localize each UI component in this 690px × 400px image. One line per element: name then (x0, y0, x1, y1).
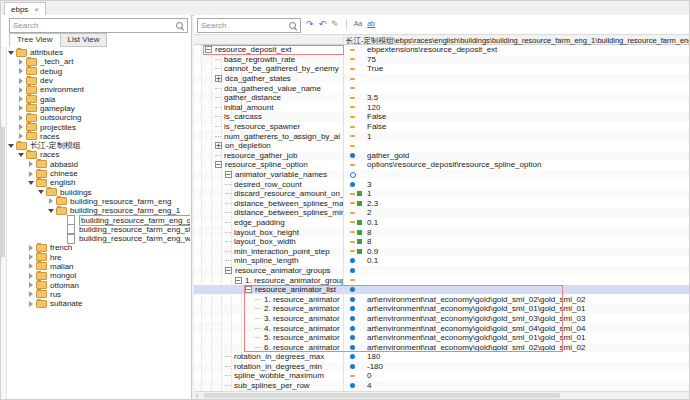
property-value-cell[interactable]: art\environment\nat_economy\gold\gold_sm… (343, 314, 689, 323)
grid-row-dca_gather_states[interactable]: +dca_gather_states (194, 74, 689, 84)
grid-row-is_resource_spawner[interactable]: is_resource_spawnerFalse (194, 122, 689, 132)
grid-row-spline_wobble_maximum[interactable]: spline_wobble_maximum0 (194, 371, 689, 381)
grid-row-2-resource_animator[interactable]: 2. resource_animatorart\environment\nat_… (194, 304, 689, 314)
property-value-cell[interactable]: 8 (343, 228, 689, 237)
tree-item-ottoman[interactable]: ottoman (7, 280, 190, 289)
scroll-left-icon[interactable]: ‹ (196, 392, 198, 399)
tree-item-长江-定制模组[interactable]: 长江-定制模组 (7, 141, 190, 150)
grid-row-cannot_be_gathered_by_enemy[interactable]: cannot_be_gathered_by_enemyTrue (194, 64, 689, 74)
grid-row-1-resource_animator[interactable]: 1. resource_animatorart\environment\nat_… (194, 294, 689, 304)
property-value-cell[interactable]: 2 (343, 208, 689, 217)
property-value-cell[interactable]: 1 (343, 132, 689, 141)
property-value-cell[interactable]: 75 (343, 55, 689, 64)
property-value-cell[interactable]: options\resource_deposit\resource_spline… (343, 160, 689, 169)
horizontal-scrollbar[interactable]: ‹ (194, 391, 689, 399)
grid-row-layout_box_width[interactable]: layout_box_width8 (194, 237, 689, 247)
tree-item-building_resource_farm_eng_wood_2[interactable]: building_resource_farm_eng_wood_2 (7, 234, 190, 243)
grid-row-resource_gather_job[interactable]: resource_gather_jobgather_gold (194, 151, 689, 161)
collapse-arrow-icon[interactable] (7, 142, 15, 150)
collapse-node-icon[interactable]: − (205, 46, 212, 53)
expand-arrow-icon[interactable] (47, 197, 55, 205)
grid-row-distance_between_splines_maximum[interactable]: distance_between_splines_maximum2.3 (194, 199, 689, 209)
tree-item-abbasid[interactable]: abbasid (7, 160, 190, 169)
expand-arrow-icon[interactable] (17, 67, 25, 75)
property-value-cell[interactable]: False (343, 112, 689, 121)
tree-item-sultanate[interactable]: sultanate (7, 299, 190, 308)
property-value-cell[interactable]: 0 (343, 371, 689, 380)
expand-arrow-icon[interactable] (17, 58, 25, 66)
tree-search-input[interactable] (10, 19, 187, 32)
property-value-cell[interactable] (343, 78, 689, 80)
property-value-cell[interactable]: art\environment\nat_economy\gold\gold_sm… (343, 343, 689, 352)
tree-item-gaia[interactable]: gaia (7, 94, 190, 103)
expand-arrow-icon[interactable] (27, 253, 35, 261)
tree-item-races[interactable]: races (7, 132, 190, 141)
property-value-cell[interactable] (343, 287, 689, 292)
grid-row-rotation_in_degrees_max[interactable]: rotation_in_degrees_max180 (194, 352, 689, 362)
expand-arrow-icon[interactable] (17, 86, 25, 94)
property-value-cell[interactable]: 3 (343, 180, 689, 189)
grid-row-min_interaction_point_step[interactable]: min_interaction_point_step0.9 (194, 246, 689, 256)
tree-scrollbar-thumb[interactable] (1, 127, 5, 257)
property-value-cell[interactable]: 2.3 (343, 199, 689, 208)
tree-item-races[interactable]: races (7, 150, 190, 159)
grid-row-sub_splines_per_row[interactable]: sub_splines_per_row4 (194, 381, 689, 391)
collapse-node-icon[interactable]: − (225, 267, 232, 274)
property-value-cell[interactable]: gather_gold (343, 151, 689, 160)
grid-row-5-resource_animator[interactable]: 5. resource_animatorart\environment\nat_… (194, 333, 689, 343)
expand-arrow-icon[interactable] (17, 114, 25, 122)
property-value-cell[interactable]: art\environment\nat_economy\gold\gold_sm… (343, 324, 689, 333)
tree-item-chinese[interactable]: chinese (7, 169, 190, 178)
tree-item-projectiles[interactable]: projectiles (7, 122, 190, 131)
expand-arrow-icon[interactable] (17, 95, 25, 103)
tree-item-french[interactable]: french (7, 243, 190, 252)
collapse-arrow-icon[interactable] (17, 151, 25, 159)
tab-tree-view[interactable]: Tree View (9, 33, 61, 47)
property-value-cell[interactable] (343, 145, 689, 147)
grid-row-rotation_in_degrees_min[interactable]: rotation_in_degrees_min-180 (194, 362, 689, 372)
grid-row-on_depletion[interactable]: +on_depletion (194, 141, 689, 151)
property-value-cell[interactable]: 3.5 (343, 93, 689, 102)
tree-item-building_resource_farm_eng[interactable]: building_resource_farm_eng (7, 197, 190, 206)
tree-item-building_resource_farm_eng_gold_2[interactable]: building_resource_farm_eng_gold_2 (7, 215, 190, 224)
collapse-arrow-icon[interactable] (47, 207, 55, 215)
tab-ebps[interactable]: ebps × (4, 2, 46, 16)
horizontal-scrollbar-thumb[interactable] (204, 393, 560, 398)
tree-item-dev[interactable]: dev (7, 76, 190, 85)
property-value-cell[interactable] (343, 268, 689, 273)
match-case-icon[interactable]: Aa (354, 18, 363, 30)
collapse-node-icon[interactable]: − (215, 161, 222, 168)
clear-search-icon[interactable]: ✎ (331, 18, 339, 30)
find-next-icon[interactable]: ↷ (306, 18, 314, 30)
grid-row-min_spline_length[interactable]: min_spline_length0.1 (194, 256, 689, 266)
property-value-cell[interactable]: True (343, 64, 689, 73)
property-value-cell[interactable] (343, 172, 689, 178)
tree-item-gameplay[interactable]: gameplay (7, 104, 190, 113)
grid-row-base_regrowth_rate[interactable]: base_regrowth_rate75 (194, 55, 689, 65)
grid-row-is_carcass[interactable]: is_carcassFalse (194, 112, 689, 122)
collapse-arrow-icon[interactable] (37, 188, 45, 196)
tree-item-environment[interactable]: environment (7, 85, 190, 94)
grid-row-resource_spline_option[interactable]: −resource_spline_optionoptions\resource_… (194, 160, 689, 170)
collapse-node-icon[interactable]: − (245, 286, 252, 293)
expand-arrow-icon[interactable] (17, 104, 25, 112)
grid-row-animator_variable_names[interactable]: −animator_variable_names (194, 170, 689, 180)
tree-item-english[interactable]: english (7, 178, 190, 187)
property-value-cell[interactable]: 0.9 (343, 247, 689, 256)
property-value-cell[interactable]: art\environment\nat_economy\gold\gold_sm… (343, 333, 689, 342)
expand-node-icon[interactable]: + (215, 142, 222, 149)
expand-arrow-icon[interactable] (27, 272, 35, 280)
expand-arrow-icon[interactable] (27, 300, 35, 308)
tab-list-view[interactable]: List View (60, 33, 108, 47)
tree-item-hre[interactable]: hre (7, 253, 190, 262)
tree-item-attributes[interactable]: attributes (7, 48, 190, 57)
grid-row-3-resource_animator[interactable]: 3. resource_animatorart\environment\nat_… (194, 314, 689, 324)
collapse-arrow-icon[interactable] (7, 49, 15, 57)
property-value-cell[interactable]: 1 (343, 189, 689, 198)
grid-row-resource_animator_list[interactable]: −resource_animator_list (194, 285, 689, 295)
property-value-cell[interactable]: ebpextensions\resource_deposit_ext (343, 45, 689, 54)
whole-word-icon[interactable]: ab (367, 18, 375, 30)
expand-arrow-icon[interactable] (17, 123, 25, 131)
collapse-node-icon[interactable]: − (235, 277, 242, 284)
grid-row-distance_between_splines_minimum[interactable]: distance_between_splines_minimum2 (194, 208, 689, 218)
